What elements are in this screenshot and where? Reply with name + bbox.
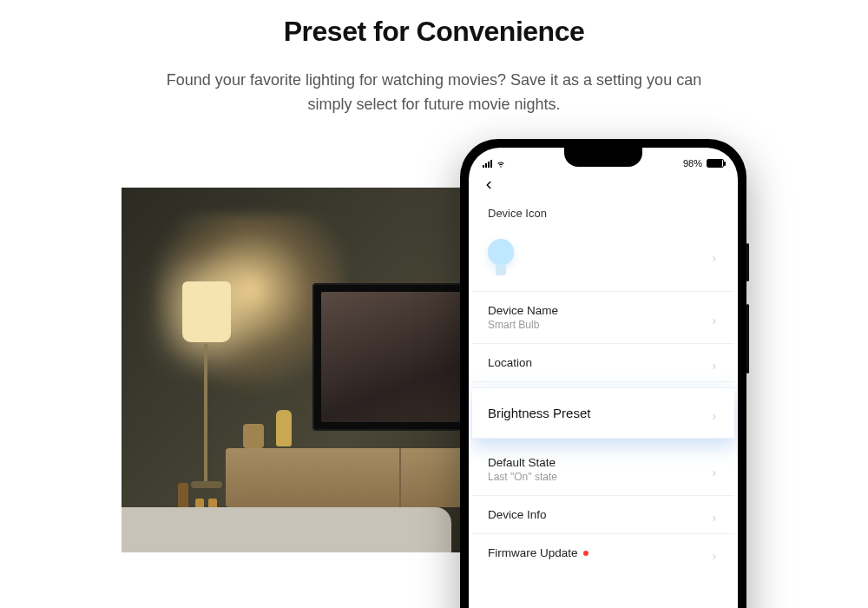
device-name-label: Device Name xyxy=(488,304,558,317)
chevron-right-icon xyxy=(710,409,719,418)
device-info-row[interactable]: Device Info xyxy=(472,496,734,534)
device-icon-label: Device Icon xyxy=(472,200,734,227)
bulb-icon xyxy=(488,239,514,275)
default-state-value: Last "On" state xyxy=(488,471,557,483)
chevron-right-icon xyxy=(710,466,719,474)
chevron-right-icon xyxy=(710,359,719,367)
nav-bar xyxy=(469,172,738,200)
battery-icon xyxy=(707,159,724,168)
default-state-row[interactable]: Default State Last "On" state xyxy=(472,444,734,496)
stage: 98% Device Icon xyxy=(122,182,746,608)
device-name-row[interactable]: Device Name Smart Bulb xyxy=(472,292,734,344)
chevron-right-icon xyxy=(710,251,719,260)
chevron-right-icon xyxy=(710,314,719,322)
marketing-header: Preset for Convenience Found your favori… xyxy=(0,0,868,117)
settings-list: Device Icon Device Name Smart Bulb xyxy=(469,200,738,572)
page-subtitle: Found your favorite lighting for watchin… xyxy=(156,69,712,117)
default-state-label: Default State xyxy=(488,456,557,469)
brightness-preset-label: Brightness Preset xyxy=(488,406,590,420)
phone-notch xyxy=(564,148,642,167)
location-row[interactable]: Location xyxy=(472,344,734,382)
chevron-right-icon xyxy=(710,511,719,519)
chevron-right-icon xyxy=(710,549,719,558)
page-title: Preset for Convenience xyxy=(0,16,868,48)
phone-frame: 98% Device Icon xyxy=(460,139,746,608)
update-indicator-icon xyxy=(583,551,589,556)
lamp-icon xyxy=(182,281,231,342)
firmware-update-label: Firmware Update xyxy=(488,546,589,559)
device-info-label: Device Info xyxy=(488,508,547,521)
device-icon-row[interactable] xyxy=(472,227,734,292)
firmware-update-row[interactable]: Firmware Update xyxy=(472,534,734,572)
brightness-preset-row[interactable]: Brightness Preset xyxy=(472,387,734,439)
device-name-value: Smart Bulb xyxy=(488,319,558,331)
back-button[interactable] xyxy=(483,179,495,194)
phone-screen: 98% Device Icon xyxy=(469,148,738,608)
location-label: Location xyxy=(488,356,532,369)
